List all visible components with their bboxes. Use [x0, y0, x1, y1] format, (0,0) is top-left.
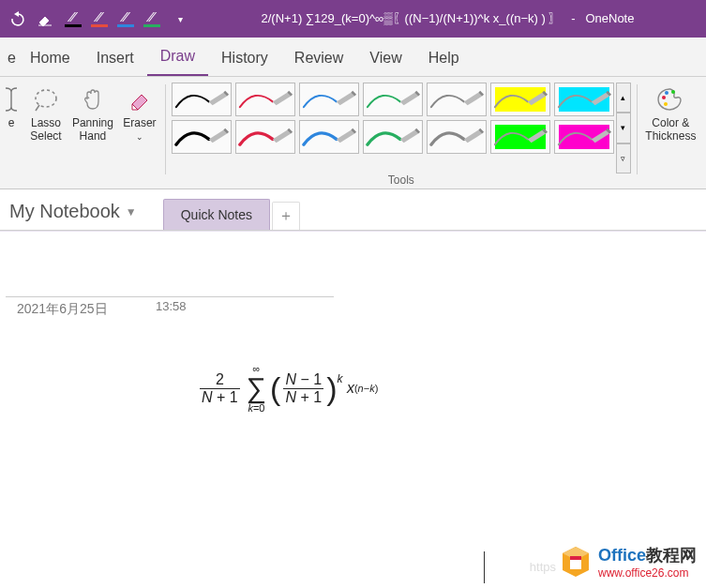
svg-rect-9	[570, 556, 581, 560]
undo-button[interactable]	[6, 8, 28, 30]
page-tab-quick-notes[interactable]: Quick Notes	[163, 199, 270, 230]
pen-swatch[interactable]	[490, 83, 550, 116]
highlighter-qat-0[interactable]: ⁄⁄	[62, 9, 84, 28]
hand-icon	[78, 84, 108, 114]
gallery-down-button[interactable]: ▾	[616, 113, 631, 143]
eraser-qat-button[interactable]	[34, 8, 56, 30]
notebook-dropdown[interactable]: My Notebook ▼	[0, 195, 146, 230]
qat-overflow-button[interactable]: ▾	[169, 8, 191, 30]
tab-insert[interactable]: Insert	[83, 40, 147, 76]
tab-home[interactable]: Home	[17, 40, 83, 76]
watermark-logo-icon	[559, 545, 593, 579]
gallery-more-button[interactable]: ▿	[616, 143, 631, 173]
tab-file[interactable]: e	[4, 40, 17, 76]
eraser-label: Eraser⌄	[123, 116, 156, 143]
svg-point-5	[664, 102, 668, 106]
tab-history[interactable]: History	[208, 40, 281, 76]
lasso-select-button[interactable]: Lasso Select	[23, 83, 69, 143]
pen-swatch[interactable]	[427, 120, 487, 154]
separator	[165, 84, 166, 174]
text-caret	[484, 551, 485, 583]
pen-swatch[interactable]	[490, 120, 550, 154]
equation[interactable]: 2N + 1 ∞∑k=0 ( N − 1N + 1 ) k x(n−k)	[197, 363, 378, 414]
tools-group: ▴ ▾ ▿ Tools	[168, 83, 635, 188]
pen-swatch[interactable]	[427, 83, 487, 116]
page-title-underline	[6, 288, 334, 297]
highlighter-qat-1[interactable]: ⁄⁄	[88, 9, 111, 28]
window-title: 2/(N+1) ∑129_(k=0)^∞▒〖((N−1)/(N+1))^k x_…	[195, 10, 700, 27]
lasso-label: Lasso Select	[30, 116, 61, 143]
separator	[637, 84, 638, 174]
add-page-button[interactable]: ＋	[272, 202, 300, 230]
watermark-url: www.office26.com	[598, 566, 697, 580]
tab-help[interactable]: Help	[415, 40, 473, 76]
eraser-icon	[125, 84, 155, 114]
eraser-button[interactable]: Eraser⌄	[116, 83, 163, 143]
page-canvas[interactable]: 2021年6月25日 13:58 2N + 1 ∞∑k=0 ( N − 1N +…	[0, 231, 706, 587]
ribbon-tabstrip: e Home Insert Draw History Review View H…	[0, 38, 706, 77]
gallery-up-button[interactable]: ▴	[616, 83, 631, 113]
svg-point-3	[665, 91, 668, 95]
pen-swatch[interactable]	[172, 83, 232, 116]
page-time: 13:58	[156, 299, 187, 313]
type-label: e	[8, 116, 15, 129]
pen-swatch[interactable]	[235, 83, 295, 116]
watermark-brand: Office教程网	[598, 544, 697, 566]
watermark: Office教程网 www.office26.com	[559, 544, 697, 580]
svg-point-4	[671, 90, 675, 94]
lasso-icon	[31, 84, 61, 114]
tools-group-label: Tools	[388, 173, 414, 188]
pen-gallery: ▴ ▾ ▿	[172, 83, 631, 173]
panning-hand-button[interactable]: Panning Hand	[69, 83, 116, 143]
chevron-down-icon: ▼	[126, 205, 137, 219]
pen-swatch[interactable]	[299, 120, 359, 154]
pen-swatch[interactable]	[363, 120, 423, 154]
tab-review[interactable]: Review	[281, 40, 356, 76]
pen-swatch[interactable]	[363, 83, 423, 116]
type-button[interactable]: e	[0, 83, 23, 129]
pen-swatch[interactable]	[299, 83, 359, 116]
pen-swatch[interactable]	[235, 120, 295, 154]
color-thickness-label: Color & Thickness	[645, 116, 696, 143]
pen-swatch[interactable]	[554, 83, 614, 116]
panning-label: Panning Hand	[72, 116, 113, 143]
gallery-spinner: ▴ ▾ ▿	[616, 83, 631, 173]
ribbon: e Lasso Select Panning Hand Eraser⌄ ▴ ▾ …	[0, 77, 706, 189]
page-date: 2021年6月25日	[17, 301, 108, 318]
ghost-url: https	[530, 560, 556, 574]
pen-swatch[interactable]	[172, 120, 232, 154]
color-thickness-button[interactable]: Color & Thickness	[639, 83, 702, 143]
tab-draw[interactable]: Draw	[147, 38, 208, 76]
title-bar: ⁄⁄⁄⁄⁄⁄⁄⁄ ▾ 2/(N+1) ∑129_(k=0)^∞▒〖((N−1)/…	[0, 0, 706, 38]
pen-swatch[interactable]	[554, 120, 614, 154]
palette-icon	[655, 84, 685, 114]
svg-point-1	[36, 90, 56, 107]
quick-access-toolbar: ⁄⁄⁄⁄⁄⁄⁄⁄ ▾	[6, 8, 191, 30]
tab-view[interactable]: View	[356, 40, 414, 76]
highlighter-qat-2[interactable]: ⁄⁄	[114, 9, 137, 28]
svg-point-2	[662, 96, 666, 99]
highlighter-qat-3[interactable]: ⁄⁄	[141, 9, 163, 28]
notebook-strip: My Notebook ▼ Quick Notes ＋	[0, 189, 706, 231]
